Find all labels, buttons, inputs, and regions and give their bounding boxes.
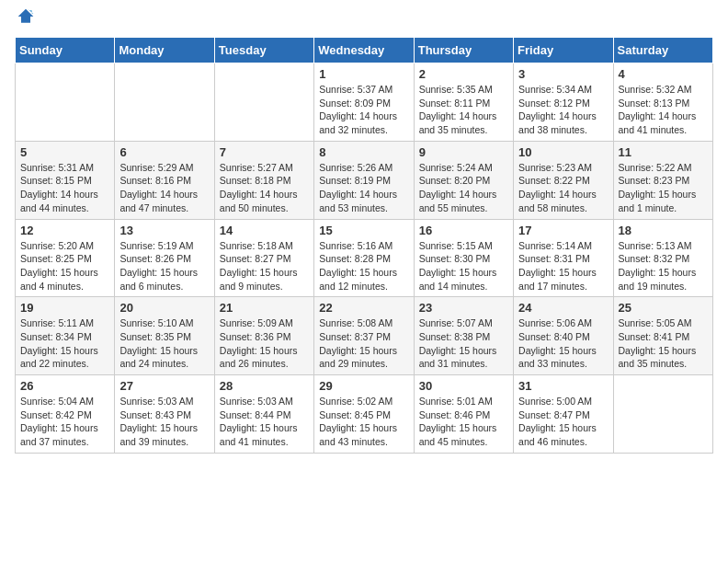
calendar-cell: 16Sunrise: 5:15 AM Sunset: 8:30 PM Dayli… xyxy=(414,219,513,297)
calendar-cell: 8Sunrise: 5:26 AM Sunset: 8:19 PM Daylig… xyxy=(314,141,414,219)
calendar-header-row: SundayMondayTuesdayWednesdayThursdayFrid… xyxy=(16,38,713,63)
day-number: 7 xyxy=(220,145,309,159)
calendar-cell: 15Sunrise: 5:16 AM Sunset: 8:28 PM Dayli… xyxy=(314,219,414,297)
calendar-cell xyxy=(115,63,214,142)
day-number: 19 xyxy=(20,301,109,315)
day-info: Sunrise: 5:23 AM Sunset: 8:22 PM Dayligh… xyxy=(518,161,608,215)
calendar-cell: 1Sunrise: 5:37 AM Sunset: 8:09 PM Daylig… xyxy=(314,63,414,142)
day-number: 8 xyxy=(319,145,408,159)
calendar-cell: 18Sunrise: 5:13 AM Sunset: 8:32 PM Dayli… xyxy=(613,219,712,297)
day-info: Sunrise: 5:06 AM Sunset: 8:40 PM Dayligh… xyxy=(518,316,608,371)
day-number: 5 xyxy=(20,145,109,159)
calendar-cell: 31Sunrise: 5:00 AM Sunset: 8:47 PM Dayli… xyxy=(514,375,613,454)
day-info: Sunrise: 5:27 AM Sunset: 8:18 PM Dayligh… xyxy=(220,161,309,215)
day-info: Sunrise: 5:11 AM Sunset: 8:34 PM Dayligh… xyxy=(20,316,109,371)
day-info: Sunrise: 5:01 AM Sunset: 8:46 PM Dayligh… xyxy=(419,395,508,449)
day-number: 3 xyxy=(518,67,608,81)
day-number: 12 xyxy=(20,224,109,237)
calendar-cell: 26Sunrise: 5:04 AM Sunset: 8:42 PM Dayli… xyxy=(16,375,115,454)
day-info: Sunrise: 5:29 AM Sunset: 8:16 PM Dayligh… xyxy=(119,161,209,215)
calendar-table: SundayMondayTuesdayWednesdayThursdayFrid… xyxy=(15,37,713,454)
day-info: Sunrise: 5:03 AM Sunset: 8:43 PM Dayligh… xyxy=(119,395,209,449)
calendar-week-row: 26Sunrise: 5:04 AM Sunset: 8:42 PM Dayli… xyxy=(16,375,713,454)
day-number: 9 xyxy=(419,145,508,159)
day-number: 20 xyxy=(119,301,209,315)
day-info: Sunrise: 5:19 AM Sunset: 8:26 PM Dayligh… xyxy=(119,239,209,293)
calendar-cell: 25Sunrise: 5:05 AM Sunset: 8:41 PM Dayli… xyxy=(613,297,712,375)
day-info: Sunrise: 5:20 AM Sunset: 8:25 PM Dayligh… xyxy=(20,239,109,293)
calendar-cell: 9Sunrise: 5:24 AM Sunset: 8:20 PM Daylig… xyxy=(414,141,513,219)
day-info: Sunrise: 5:05 AM Sunset: 8:41 PM Dayligh… xyxy=(619,316,708,371)
day-info: Sunrise: 5:16 AM Sunset: 8:28 PM Dayligh… xyxy=(319,239,408,293)
calendar-cell: 4Sunrise: 5:32 AM Sunset: 8:13 PM Daylig… xyxy=(613,63,712,142)
calendar-cell: 3Sunrise: 5:34 AM Sunset: 8:12 PM Daylig… xyxy=(514,63,613,142)
calendar-cell: 29Sunrise: 5:02 AM Sunset: 8:45 PM Dayli… xyxy=(314,375,414,454)
day-number: 28 xyxy=(220,379,309,393)
day-number: 27 xyxy=(119,379,209,393)
calendar-week-row: 1Sunrise: 5:37 AM Sunset: 8:09 PM Daylig… xyxy=(16,63,713,142)
column-header-monday: Monday xyxy=(115,38,214,63)
day-info: Sunrise: 5:18 AM Sunset: 8:27 PM Dayligh… xyxy=(220,239,309,293)
day-info: Sunrise: 5:00 AM Sunset: 8:47 PM Dayligh… xyxy=(518,395,608,449)
day-number: 4 xyxy=(619,67,708,81)
column-header-thursday: Thursday xyxy=(414,38,513,63)
day-info: Sunrise: 5:15 AM Sunset: 8:30 PM Dayligh… xyxy=(419,239,508,293)
day-number: 25 xyxy=(619,301,708,315)
calendar-cell xyxy=(613,375,712,454)
calendar-cell: 2Sunrise: 5:35 AM Sunset: 8:11 PM Daylig… xyxy=(414,63,513,142)
day-number: 16 xyxy=(419,224,508,237)
day-info: Sunrise: 5:10 AM Sunset: 8:35 PM Dayligh… xyxy=(119,316,209,371)
calendar-week-row: 5Sunrise: 5:31 AM Sunset: 8:15 PM Daylig… xyxy=(16,141,713,219)
column-header-tuesday: Tuesday xyxy=(214,38,313,63)
day-info: Sunrise: 5:09 AM Sunset: 8:36 PM Dayligh… xyxy=(220,316,309,371)
day-info: Sunrise: 5:07 AM Sunset: 8:38 PM Dayligh… xyxy=(419,316,508,371)
calendar-week-row: 12Sunrise: 5:20 AM Sunset: 8:25 PM Dayli… xyxy=(16,219,713,297)
calendar-cell: 5Sunrise: 5:31 AM Sunset: 8:15 PM Daylig… xyxy=(16,141,115,219)
day-info: Sunrise: 5:03 AM Sunset: 8:44 PM Dayligh… xyxy=(220,395,309,449)
day-number: 22 xyxy=(319,301,408,315)
day-number: 26 xyxy=(20,379,109,393)
column-header-friday: Friday xyxy=(514,38,613,63)
calendar-cell: 13Sunrise: 5:19 AM Sunset: 8:26 PM Dayli… xyxy=(115,219,214,297)
calendar-cell xyxy=(16,63,115,142)
column-header-sunday: Sunday xyxy=(16,38,115,63)
calendar-cell xyxy=(214,63,313,142)
day-number: 23 xyxy=(419,301,508,315)
calendar-cell: 14Sunrise: 5:18 AM Sunset: 8:27 PM Dayli… xyxy=(214,219,313,297)
day-info: Sunrise: 5:32 AM Sunset: 8:13 PM Dayligh… xyxy=(619,83,708,137)
logo xyxy=(15,15,35,26)
day-info: Sunrise: 5:37 AM Sunset: 8:09 PM Dayligh… xyxy=(319,83,408,137)
calendar-cell: 19Sunrise: 5:11 AM Sunset: 8:34 PM Dayli… xyxy=(16,297,115,375)
calendar-cell: 7Sunrise: 5:27 AM Sunset: 8:18 PM Daylig… xyxy=(214,141,313,219)
day-info: Sunrise: 5:34 AM Sunset: 8:12 PM Dayligh… xyxy=(518,83,608,137)
calendar-cell: 24Sunrise: 5:06 AM Sunset: 8:40 PM Dayli… xyxy=(514,297,613,375)
calendar-week-row: 19Sunrise: 5:11 AM Sunset: 8:34 PM Dayli… xyxy=(16,297,713,375)
day-number: 21 xyxy=(220,301,309,315)
calendar-cell: 17Sunrise: 5:14 AM Sunset: 8:31 PM Dayli… xyxy=(514,219,613,297)
day-info: Sunrise: 5:13 AM Sunset: 8:32 PM Dayligh… xyxy=(619,239,708,293)
calendar-cell: 6Sunrise: 5:29 AM Sunset: 8:16 PM Daylig… xyxy=(115,141,214,219)
day-info: Sunrise: 5:08 AM Sunset: 8:37 PM Dayligh… xyxy=(319,316,408,371)
page-header xyxy=(15,15,713,26)
day-info: Sunrise: 5:22 AM Sunset: 8:23 PM Dayligh… xyxy=(619,161,708,215)
column-header-wednesday: Wednesday xyxy=(314,38,414,63)
calendar-cell: 11Sunrise: 5:22 AM Sunset: 8:23 PM Dayli… xyxy=(613,141,712,219)
day-number: 2 xyxy=(419,67,508,81)
day-info: Sunrise: 5:35 AM Sunset: 8:11 PM Dayligh… xyxy=(419,83,508,137)
day-number: 30 xyxy=(419,379,508,393)
day-number: 17 xyxy=(518,224,608,237)
day-number: 18 xyxy=(619,224,708,237)
day-number: 31 xyxy=(518,379,608,393)
calendar-cell: 28Sunrise: 5:03 AM Sunset: 8:44 PM Dayli… xyxy=(214,375,313,454)
day-info: Sunrise: 5:31 AM Sunset: 8:15 PM Dayligh… xyxy=(20,161,109,215)
day-number: 6 xyxy=(119,145,209,159)
calendar-cell: 23Sunrise: 5:07 AM Sunset: 8:38 PM Dayli… xyxy=(414,297,513,375)
day-info: Sunrise: 5:02 AM Sunset: 8:45 PM Dayligh… xyxy=(319,395,408,449)
calendar-cell: 10Sunrise: 5:23 AM Sunset: 8:22 PM Dayli… xyxy=(514,141,613,219)
day-number: 24 xyxy=(518,301,608,315)
day-number: 14 xyxy=(220,224,309,237)
calendar-cell: 12Sunrise: 5:20 AM Sunset: 8:25 PM Dayli… xyxy=(16,219,115,297)
day-number: 15 xyxy=(319,224,408,237)
calendar-cell: 27Sunrise: 5:03 AM Sunset: 8:43 PM Dayli… xyxy=(115,375,214,454)
logo-icon xyxy=(17,7,35,26)
